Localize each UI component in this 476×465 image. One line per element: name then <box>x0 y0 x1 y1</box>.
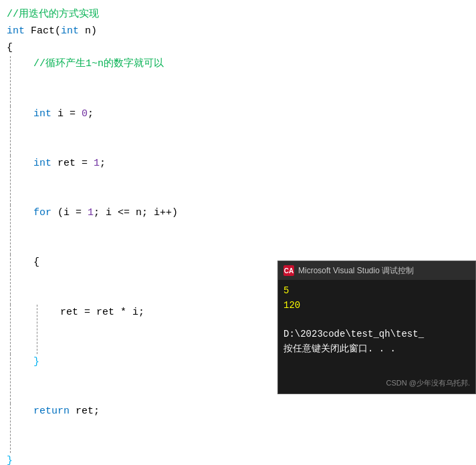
indent-9 <box>7 404 33 453</box>
console-window: CA Microsoft Visual Studio 调试控制 5 120 D:… <box>277 261 476 394</box>
console-output-4: D:\2023code\test_qh\test_ <box>283 327 470 342</box>
code-line-6: int ret = 1 ; <box>7 156 476 205</box>
kw-int-1: int <box>7 23 25 40</box>
brace-open-1: { <box>7 40 13 57</box>
console-body: 5 120 D:\2023code\test_qh\test_ 按任意键关闭此窗… <box>278 280 475 394</box>
brace-close-2: } <box>7 453 13 465</box>
code-text: (i = <box>51 205 88 222</box>
indent-6 <box>7 305 33 354</box>
brace-close-1: } <box>33 354 39 371</box>
code-line-5: int i = 0 ; <box>7 106 476 156</box>
console-title: Microsoft Visual Studio 调试控制 <box>298 265 414 277</box>
indent-8 <box>7 354 33 404</box>
console-output-5: 按任意键关闭此窗口. . . <box>283 342 470 357</box>
kw-int-3: int <box>33 106 51 123</box>
code-text: ; <box>100 156 106 172</box>
brace-open-2: { <box>33 255 39 271</box>
kw-return-1: return <box>33 404 70 420</box>
indent-7 <box>33 305 60 354</box>
code-area: //用迭代的方式实现 int Fact( int n) { //循环产生1~n的… <box>0 0 476 465</box>
code-line-12: } <box>7 453 476 465</box>
code-line-7: for (i = 1 ; i <= n; i++) <box>7 205 476 255</box>
num-1-1: 1 <box>94 156 100 172</box>
console-titlebar: CA Microsoft Visual Studio 调试控制 <box>278 261 475 280</box>
indent-3 <box>7 156 33 205</box>
code-text: ret = <box>51 156 94 172</box>
code-text: n) <box>79 23 97 40</box>
console-output-1: 5 <box>283 284 470 299</box>
indent-1 <box>7 56 33 106</box>
code-line-4: //循环产生1~n的数字就可以 <box>7 56 476 106</box>
kw-int-2: int <box>61 23 79 40</box>
code-text: i = <box>51 106 82 123</box>
console-app-icon: CA <box>283 265 294 276</box>
console-output-2: 120 <box>283 299 470 313</box>
code-line-2: int Fact( int n) <box>7 23 476 40</box>
num-0-1: 0 <box>82 106 88 123</box>
code-line-1: //用迭代的方式实现 <box>7 7 476 23</box>
code-text: ret; <box>70 404 100 420</box>
console-output-3 <box>283 313 470 327</box>
watermark: CSDN @少年没有乌托邦. <box>386 378 470 388</box>
code-text: ; i <= n; i++) <box>94 205 178 222</box>
num-1-2: 1 <box>88 205 94 222</box>
code-text: ; <box>88 106 94 123</box>
kw-int-4: int <box>33 156 51 172</box>
code-line-3: { <box>7 40 476 57</box>
code-line-11: return ret; <box>7 404 476 453</box>
console-icon-text: CA <box>284 267 293 275</box>
code-text: Fact( <box>25 23 61 40</box>
code-text: ret = ret * i; <box>60 305 144 321</box>
indent-2 <box>7 106 33 156</box>
kw-for: for <box>33 205 51 222</box>
comment-2: //循环产生1~n的数字就可以 <box>33 56 164 73</box>
indent-5 <box>7 255 33 304</box>
indent-4 <box>7 205 33 255</box>
comment-1: //用迭代的方式实现 <box>7 7 99 23</box>
